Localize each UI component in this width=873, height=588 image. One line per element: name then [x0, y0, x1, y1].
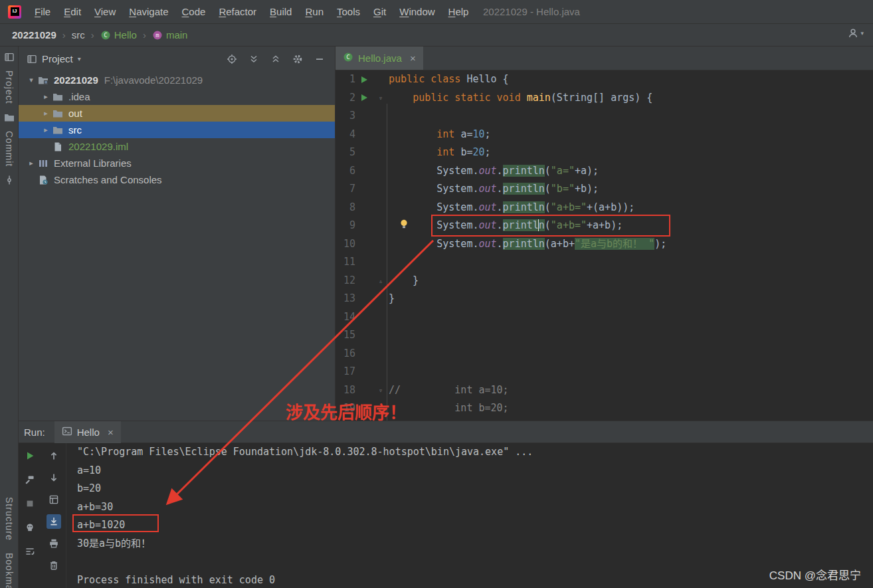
menu-refactor[interactable]: Refactor: [212, 0, 263, 23]
watermark: CSDN @念君思宁: [769, 566, 861, 583]
run-triangle-icon: [361, 76, 367, 83]
tree-item-external-libraries[interactable]: ▸External Libraries: [19, 155, 335, 171]
expand-all-button[interactable]: [248, 53, 260, 65]
chevron-right-icon[interactable]: ▸: [40, 109, 52, 118]
code-line-2[interactable]: 2▿ public static void main(String[] args…: [336, 89, 873, 108]
restore-layout-button[interactable]: [47, 492, 61, 507]
breadcrumb-src[interactable]: src: [72, 29, 85, 41]
next-occurrence-button[interactable]: [47, 470, 61, 485]
prev-occurrence-button[interactable]: [47, 448, 61, 463]
code-line-19[interactable]: 19 int b=20;: [336, 399, 873, 418]
print-button[interactable]: [47, 536, 61, 551]
menu-git[interactable]: Git: [367, 0, 393, 23]
tree-item-src[interactable]: ▸src: [19, 122, 335, 138]
intellij-logo-icon[interactable]: [8, 5, 21, 19]
tree-item-label: Scratches and Consoles: [54, 174, 162, 185]
stop-button[interactable]: [23, 496, 37, 511]
toolwindow-commit-button[interactable]: Commit: [4, 131, 15, 167]
toolwindow-structure-button[interactable]: Structure: [4, 497, 15, 541]
toolwindow-bookmarks-button[interactable]: Bookmarks: [4, 553, 15, 588]
code-line-14[interactable]: 14: [336, 308, 873, 327]
line-number: 13: [336, 290, 355, 308]
soft-wrap-icon: [25, 546, 35, 557]
code-editor[interactable]: 1public class Hello {2▿ public static vo…: [336, 70, 873, 421]
code-line-16[interactable]: 16: [336, 345, 873, 363]
menu-run[interactable]: Run: [298, 0, 330, 23]
breadcrumb-20221029[interactable]: 20221029: [12, 29, 56, 41]
tab-run-hello[interactable]: Hello ×: [54, 421, 121, 443]
run-line-button[interactable]: [355, 76, 373, 83]
menu-view[interactable]: View: [88, 0, 122, 23]
user-menu[interactable]: ▾: [848, 28, 864, 39]
branch-icon[interactable]: [4, 175, 15, 185]
code-line-7[interactable]: 7 System.out.println("b="+b);: [336, 180, 873, 199]
locate-file-button[interactable]: [226, 53, 238, 65]
tree-item-out[interactable]: ▸out: [19, 105, 335, 122]
code-line-12[interactable]: 12▵ }: [336, 272, 873, 290]
chevron-down-icon[interactable]: ▾: [25, 76, 37, 84]
toolwin-icon[interactable]: [4, 52, 15, 62]
hide-panel-button[interactable]: [314, 53, 326, 65]
rerun-icon: [25, 450, 35, 461]
line-number: 19: [336, 399, 355, 418]
tab-close-icon[interactable]: ×: [410, 52, 416, 64]
collapse-all-button[interactable]: [270, 53, 282, 65]
user-icon[interactable]: [848, 28, 858, 39]
clear-all-button[interactable]: [47, 558, 61, 573]
build-button[interactable]: [23, 472, 37, 487]
menu-edit[interactable]: Edit: [57, 0, 88, 23]
menu-help[interactable]: Help: [442, 0, 476, 23]
svg-text:C: C: [346, 54, 349, 60]
class-icon: C: [100, 30, 111, 41]
toolwindow-project-button[interactable]: Project: [4, 70, 15, 104]
code-line-17[interactable]: 17: [336, 363, 873, 381]
fold-guide-line: [387, 104, 387, 421]
kill-process-button[interactable]: [23, 520, 37, 535]
breadcrumb-main[interactable]: mmain: [152, 29, 188, 41]
code-line-11[interactable]: 11: [336, 253, 873, 272]
tab-hello-java[interactable]: C Hello.java ×: [336, 47, 423, 70]
tree-item-20221029-iml[interactable]: 20221029.iml: [19, 138, 335, 155]
code-line-6[interactable]: 6 System.out.println("a="+a);: [336, 162, 873, 181]
tree-item-scratches-and-consoles[interactable]: Scratches and Consoles: [19, 171, 335, 188]
chevron-right-icon[interactable]: ▸: [40, 92, 52, 101]
code-line-15[interactable]: 15: [336, 326, 873, 345]
code-line-4[interactable]: 4 int a=10;: [336, 126, 873, 144]
code-line-10[interactable]: 10 System.out.println(a+b+"是a与b的和！ ");: [336, 235, 873, 254]
folder-icon[interactable]: [4, 112, 15, 123]
console-output[interactable]: "C:\Program Files\Eclipse Foundation\jdk…: [66, 443, 873, 588]
scroll-to-end-button[interactable]: [47, 514, 61, 529]
menu-navigate[interactable]: Navigate: [122, 0, 175, 23]
run-line-button[interactable]: [355, 94, 373, 101]
code-text: System.out.println(a+b+"是a与b的和！ ");: [389, 235, 666, 254]
code-line-5[interactable]: 5 int b=20;: [336, 144, 873, 162]
code-line-1[interactable]: 1public class Hello {: [336, 70, 873, 89]
code-line-3[interactable]: 3: [336, 107, 873, 126]
menu-code[interactable]: Code: [175, 0, 213, 23]
breadcrumb-hello[interactable]: CHello: [100, 29, 137, 41]
menu-file[interactable]: File: [28, 0, 57, 23]
code-line-9[interactable]: 9 System.out.println("a+b="+a+b);: [336, 217, 873, 235]
chevron-right-icon[interactable]: ▸: [40, 126, 52, 134]
breadcrumb-separator-icon: ›: [143, 29, 146, 41]
line-number: 11: [336, 253, 355, 272]
menu-tools[interactable]: Tools: [330, 0, 367, 23]
line-number: 6: [336, 162, 355, 181]
intention-bulb-icon[interactable]: [399, 219, 409, 229]
tree-item--idea[interactable]: ▸.idea: [19, 88, 335, 105]
breadcrumb-label: main: [166, 29, 188, 41]
settings-button[interactable]: [292, 53, 304, 65]
run-tab-close-icon[interactable]: ×: [108, 427, 114, 438]
code-text: int a=10;: [389, 126, 491, 144]
code-line-8[interactable]: 8 System.out.println("a+b="+(a+b));: [336, 199, 873, 217]
menu-window[interactable]: Window: [393, 0, 441, 23]
expand-icon: [248, 54, 259, 64]
code-line-13[interactable]: 13}: [336, 290, 873, 308]
menu-build[interactable]: Build: [263, 0, 298, 23]
chevron-right-icon[interactable]: ▸: [25, 159, 37, 167]
soft-wrap-button[interactable]: [23, 544, 37, 559]
project-view-selector[interactable]: Project: [42, 53, 73, 64]
code-line-18[interactable]: 18▿// int a=10;: [336, 381, 873, 400]
tree-item-20221029[interactable]: ▾20221029F:\javavode\20221029: [19, 72, 335, 88]
rerun-button[interactable]: [23, 448, 37, 463]
